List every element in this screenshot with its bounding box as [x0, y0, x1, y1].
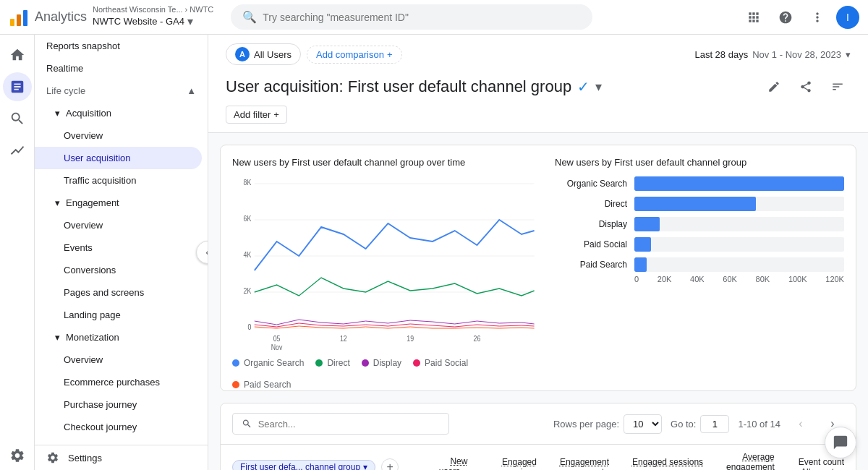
settings-item[interactable]: Settings — [35, 445, 208, 470]
sidebar-item-overview-engagement[interactable]: Overview — [35, 214, 202, 236]
all-users-chip-letter: A — [235, 47, 250, 61]
col-header-dimension: First user defa... channel group ▾ + — [221, 445, 410, 470]
event-count-label[interactable]: Event count — [799, 457, 844, 467]
bar-label-direct: Direct — [555, 199, 627, 209]
acquisition-label: Acquisition — [66, 108, 111, 119]
sidebar-item-pages-screens[interactable]: Pages and screens — [35, 281, 202, 304]
user-avatar[interactable]: I — [836, 6, 859, 29]
bar-fill-paid-social — [634, 237, 651, 252]
home-icon-rail[interactable] — [3, 40, 32, 69]
chart-section: New users by First user default channel … — [220, 145, 856, 391]
table-search-container[interactable] — [232, 413, 449, 435]
bar-label-paid-social: Paid Social — [555, 239, 627, 249]
legend-paid-search[interactable]: Paid Search — [232, 380, 291, 390]
reports-icon-rail[interactable] — [3, 72, 32, 101]
explore-icon-rail[interactable] — [3, 104, 32, 133]
sidebar-item-realtime[interactable]: Realtime — [35, 57, 202, 80]
col-header-avg-engagement[interactable]: Averageengagementtime — [715, 445, 786, 470]
bar-chart-title: New users by First user default channel … — [555, 157, 844, 168]
monetization-header[interactable]: ▾ Monetization — [35, 326, 208, 349]
table-section: Rows per page: 10 25 50 Go to: 1-10 of 1… — [220, 403, 856, 470]
global-search[interactable]: 🔍 — [231, 4, 592, 30]
bar-track-paid-social — [634, 237, 844, 252]
legend-display[interactable]: Display — [362, 358, 401, 368]
rows-per-page-select[interactable]: 10 25 50 — [624, 414, 662, 434]
legend-direct[interactable]: Direct — [315, 358, 349, 368]
sidebar-item-purchase-journey[interactable]: Purchase journey — [35, 393, 202, 416]
edit-report-button[interactable] — [761, 74, 787, 100]
sidebar-item-checkout-journey[interactable]: Checkout journey — [35, 416, 202, 438]
sidebar-item-events[interactable]: Events — [35, 236, 202, 259]
svg-text:12: 12 — [340, 334, 347, 343]
col-header-engaged-sessions[interactable]: Engagedsessions — [479, 445, 548, 470]
event-count-dropdown[interactable]: All events ▾ — [798, 467, 844, 470]
date-range-value: Nov 1 - Nov 28, 2023 — [752, 49, 841, 60]
sidebar-item-user-acquisition[interactable]: User acquisition — [35, 147, 202, 169]
customize-button[interactable] — [825, 74, 851, 100]
bar-track-direct — [634, 197, 844, 211]
icon-rail — [0, 35, 35, 470]
goto-page-input[interactable] — [700, 415, 729, 433]
svg-text:05: 05 — [273, 334, 281, 343]
add-comparison-button[interactable]: Add comparison + — [307, 46, 402, 64]
col-header-engagement-rate[interactable]: Engagementrate — [548, 445, 621, 470]
col-header-sessions-per-user[interactable]: Engaged sessionsper user — [621, 445, 715, 470]
prev-page-button[interactable]: ‹ — [789, 412, 812, 435]
apps-button[interactable] — [741, 4, 767, 30]
advertising-icon-rail[interactable] — [3, 136, 32, 165]
svg-rect-0 — [10, 19, 14, 26]
acquisition-header[interactable]: ▾ Acquisition — [35, 102, 208, 124]
sidebar-item-reports-snapshot[interactable]: Reports snapshot — [35, 35, 202, 57]
all-users-chip[interactable]: A All Users — [226, 43, 301, 65]
bar-row-display: Display — [555, 217, 844, 231]
share-button[interactable] — [793, 74, 819, 100]
page-info: 1-10 of 14 — [738, 419, 780, 430]
title-dropdown-icon[interactable]: ▾ — [595, 79, 602, 95]
legend-organic-search[interactable]: Organic Search — [232, 358, 304, 368]
sidebar-item-conversions[interactable]: Conversions — [35, 259, 202, 281]
table-search-input[interactable] — [258, 419, 440, 430]
sidebar-item-landing-page[interactable]: Landing page — [35, 304, 202, 326]
page-title-row: User acquisition: First user default cha… — [226, 74, 851, 100]
settings-icon — [46, 451, 59, 464]
sidebar-item-ecommerce-purchases[interactable]: Ecommerce purchases — [35, 371, 202, 393]
line-chart-title: New users by First user default channel … — [232, 157, 537, 168]
realtime-label: Realtime — [46, 63, 83, 74]
lifecycle-header[interactable]: Life cycle ▲ — [35, 80, 208, 102]
main-layout: Reports snapshot Realtime Life cycle ▲ ▾… — [0, 35, 868, 470]
search-icon: 🔍 — [242, 10, 257, 24]
svg-text:2K: 2K — [244, 286, 252, 295]
dim-chip-dropdown-icon: ▾ — [363, 462, 367, 470]
bar-row-paid-search: Paid Search — [555, 257, 844, 272]
add-dimension-button[interactable]: + — [381, 458, 399, 470]
date-range-dropdown-icon: ▾ — [846, 49, 851, 60]
chat-fab-button[interactable] — [825, 427, 856, 458]
sidebar-item-traffic-acquisition[interactable]: Traffic acquisition — [35, 169, 202, 192]
date-range-selector[interactable]: Last 28 days Nov 1 - Nov 28, 2023 ▾ — [694, 49, 851, 60]
goto-page: Go to: — [671, 415, 729, 433]
add-filter-button[interactable]: Add filter + — [226, 106, 287, 124]
engagement-header[interactable]: ▾ Engagement — [35, 192, 208, 214]
engagement-expand-icon: ▾ — [55, 197, 60, 208]
legend-dot-paid-social — [413, 359, 420, 367]
svg-text:Nov: Nov — [271, 343, 283, 350]
sidebar-item-overview-monetization[interactable]: Overview — [35, 349, 202, 371]
legend-paid-social[interactable]: Paid Social — [413, 358, 468, 368]
app-name: Analytics — [35, 9, 87, 25]
sidebar-item-overview-acquisition[interactable]: Overview — [35, 124, 202, 147]
svg-text:8K: 8K — [244, 178, 252, 187]
help-button[interactable] — [773, 4, 799, 30]
bar-fill-organic — [634, 176, 844, 191]
dimension-chip[interactable]: First user defa... channel group ▾ — [232, 460, 375, 470]
sort-icon: ↓ — [462, 466, 467, 470]
search-input[interactable] — [263, 12, 581, 23]
svg-text:19: 19 — [407, 334, 414, 343]
settings-icon-rail[interactable] — [3, 441, 32, 470]
first-col-header: First user defa... channel group ▾ + — [232, 458, 399, 470]
content-area: A All Users Add comparison + Last 28 day… — [208, 35, 868, 470]
more-options-button[interactable] — [804, 4, 830, 30]
bar-row-organic-search: Organic Search — [555, 176, 844, 191]
col-header-new-users[interactable]: Newusers ↓ — [410, 445, 479, 470]
verified-icon: ✓ — [577, 78, 590, 95]
event-count-dropdown-icon: ▾ — [840, 467, 844, 470]
